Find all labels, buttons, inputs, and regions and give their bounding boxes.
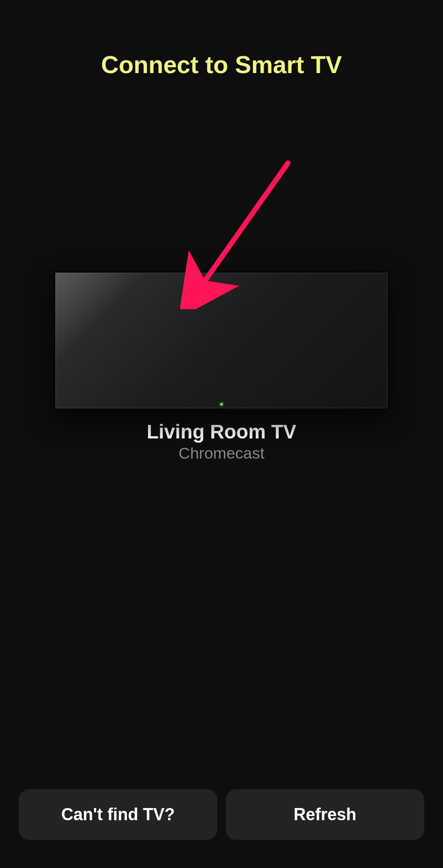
button-row: Can't find TV? Refresh [19,789,424,840]
cant-find-tv-button[interactable]: Can't find TV? [19,789,217,840]
device-type: Chromecast [53,444,390,462]
device-name: Living Room TV [53,421,390,443]
tv-icon [53,271,390,410]
page-title: Connect to Smart TV [0,0,443,79]
tv-led-icon [220,403,223,406]
refresh-button[interactable]: Refresh [226,789,424,840]
tv-device-card[interactable]: Living Room TV Chromecast [53,271,390,462]
